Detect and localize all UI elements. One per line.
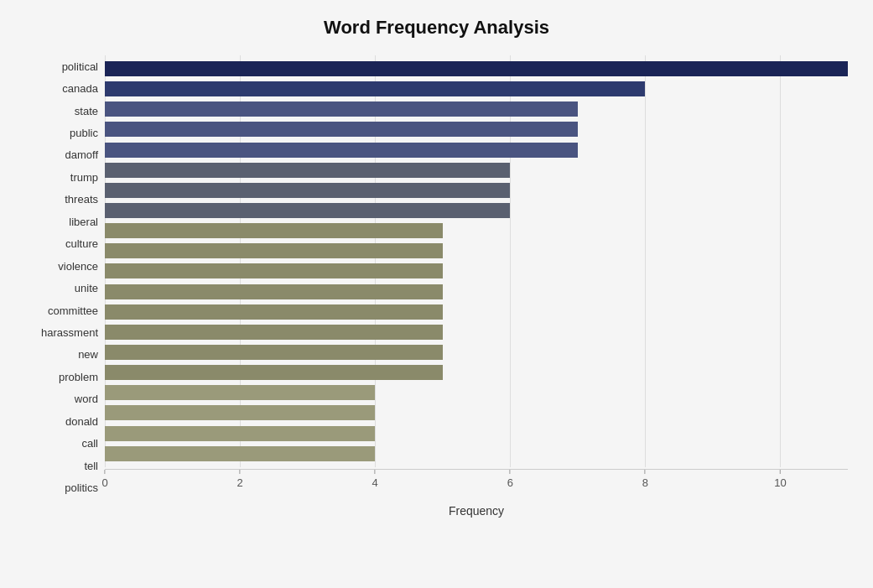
x-tick-label: 10 — [774, 476, 786, 489]
x-axis-title: Frequency — [105, 504, 848, 518]
bar-row — [105, 263, 848, 279]
bar — [105, 284, 443, 299]
y-axis-label: threats — [65, 194, 98, 205]
bar-row — [105, 101, 848, 117]
y-axis-label: unite — [75, 283, 98, 294]
bar-row — [105, 445, 848, 462]
bar — [105, 345, 443, 360]
bar-row — [105, 404, 848, 421]
chart-area: politicalcanadastatepublicdamofftrumpthr… — [25, 55, 848, 518]
bar-row — [105, 202, 848, 219]
bars-and-x: 0246810 Frequency — [105, 55, 848, 518]
bar-row — [105, 60, 848, 77]
bar-row — [105, 324, 848, 341]
x-tick-label: 2 — [236, 476, 242, 489]
bar — [105, 385, 375, 400]
x-tick: 0 — [101, 470, 107, 489]
y-axis-label: tell — [84, 461, 98, 471]
y-axis-label: donald — [65, 416, 98, 427]
bar-row — [105, 364, 848, 381]
x-tick-mark — [240, 470, 241, 474]
bar — [105, 143, 578, 158]
x-tick-mark — [780, 470, 781, 474]
y-axis-label: problem — [59, 372, 98, 382]
bar — [105, 426, 375, 441]
x-tick: 6 — [507, 470, 513, 489]
bar — [105, 365, 443, 380]
bar-row — [105, 304, 848, 320]
y-axis-label: harassment — [41, 327, 98, 338]
x-tick-label: 4 — [372, 476, 378, 489]
y-axis-label: political — [62, 61, 98, 72]
y-axis-label: call — [81, 438, 98, 449]
y-axis-label: culture — [65, 238, 98, 249]
bar — [105, 243, 443, 258]
y-axis-label: committee — [48, 305, 98, 316]
chart-title: Word Frequency Analysis — [25, 17, 848, 39]
x-tick: 4 — [372, 470, 378, 489]
bar — [105, 101, 578, 117]
bar — [105, 61, 848, 76]
y-axis-label: politics — [65, 482, 98, 493]
x-tick-label: 0 — [101, 476, 107, 489]
x-tick-label: 8 — [642, 476, 648, 489]
y-labels: politicalcanadastatepublicdamofftrumpthr… — [25, 55, 105, 518]
bar — [105, 446, 375, 461]
bar — [105, 304, 443, 320]
bar — [105, 325, 443, 340]
bar-row — [105, 222, 848, 239]
bar-row — [105, 284, 848, 300]
bar — [105, 183, 510, 198]
bar-row — [105, 344, 848, 361]
bar — [105, 203, 510, 218]
bar — [105, 223, 443, 238]
y-axis-label: state — [75, 106, 98, 117]
bar — [105, 263, 443, 278]
bar — [105, 122, 578, 137]
x-tick-mark — [375, 470, 376, 474]
bar-row — [105, 162, 848, 179]
y-axis-label: damoff — [65, 149, 98, 160]
y-axis-label: canada — [62, 83, 98, 94]
y-axis-label: violence — [58, 261, 98, 272]
bar-row — [105, 81, 848, 97]
y-axis-label: new — [78, 349, 98, 360]
y-axis-label: public — [70, 127, 98, 138]
x-tick-mark — [104, 470, 105, 474]
chart-container: Word Frequency Analysis politicalcanadas… — [0, 0, 873, 588]
bar — [105, 405, 375, 420]
x-tick-mark — [510, 470, 511, 474]
bar — [105, 163, 510, 178]
y-axis-label: liberal — [69, 216, 98, 227]
y-axis-label: trump — [70, 172, 98, 183]
x-tick: 2 — [236, 470, 242, 489]
bars-area — [105, 55, 848, 467]
bar — [105, 81, 645, 96]
x-tick: 10 — [774, 470, 786, 489]
y-axis-label: word — [75, 393, 98, 404]
bars-wrapper — [105, 55, 848, 467]
bar-row — [105, 182, 848, 199]
bar-row — [105, 121, 848, 138]
bar-row — [105, 142, 848, 159]
x-tick-mark — [645, 470, 646, 474]
bar-row — [105, 384, 848, 401]
x-axis: 0246810 — [105, 469, 848, 502]
bar-row — [105, 242, 848, 259]
x-tick-label: 6 — [507, 476, 513, 489]
bar-row — [105, 425, 848, 442]
x-tick: 8 — [642, 470, 648, 489]
